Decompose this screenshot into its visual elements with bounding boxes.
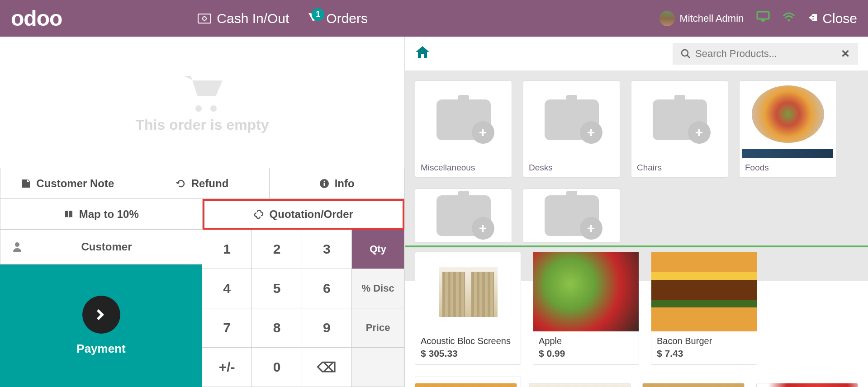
- wifi-icon[interactable]: [783, 11, 795, 25]
- category-image: [752, 85, 824, 143]
- close-icon: [808, 11, 819, 26]
- topbar-right: Mitchell Admin Close: [659, 11, 857, 26]
- numpad: 1 2 3 Qty 4 5 6 % Disc 7 8 9 Price +/- 0…: [202, 230, 404, 387]
- category-label: Chairs: [631, 158, 728, 177]
- cash-in-out-button[interactable]: Cash In/Out: [198, 11, 289, 26]
- divider-green: [405, 245, 868, 247]
- payment-button[interactable]: Payment: [0, 264, 202, 387]
- user-avatar: [659, 11, 675, 26]
- category-chairs[interactable]: + Chairs: [631, 80, 728, 178]
- clear-search-icon[interactable]: ✕: [841, 47, 850, 60]
- product-price: $ 305.33: [415, 348, 521, 364]
- camera-placeholder-icon: +: [545, 99, 599, 140]
- customer-button[interactable]: Customer: [0, 230, 202, 264]
- camera-placeholder-icon: +: [545, 195, 599, 236]
- food-bar-decoration: [742, 149, 833, 158]
- close-button[interactable]: Close: [808, 11, 857, 26]
- monitor-icon[interactable]: [756, 11, 770, 26]
- product-name: Apple: [533, 331, 639, 348]
- keypad-area: Customer Payment 1 2 3 Qty 4 5 6 % Disc …: [0, 230, 404, 387]
- key-6[interactable]: 6: [302, 269, 352, 308]
- product-partial-1[interactable]: [415, 383, 517, 387]
- search-input[interactable]: [695, 48, 841, 60]
- product-bacon-burger[interactable]: Bacon Burger $ 7.43: [651, 252, 757, 365]
- key-9[interactable]: 9: [302, 308, 352, 348]
- info-button[interactable]: Info: [270, 168, 404, 199]
- mode-empty: [352, 348, 404, 387]
- refund-label: Refund: [191, 177, 229, 190]
- user-menu[interactable]: Mitchell Admin: [659, 11, 744, 26]
- svg-point-1: [203, 17, 206, 20]
- svg-rect-2: [757, 12, 769, 19]
- left-panel: This order is empty Customer Note Refund…: [0, 37, 405, 387]
- key-4[interactable]: 4: [202, 269, 252, 308]
- key-plusminus[interactable]: +/-: [202, 348, 252, 387]
- key-1[interactable]: 1: [202, 230, 252, 269]
- book-icon: [64, 209, 74, 219]
- person-icon: [12, 241, 23, 253]
- quotation-order-button[interactable]: Quotation/Order: [203, 199, 405, 230]
- category-image: +: [523, 81, 620, 158]
- product-partial-4[interactable]: [756, 383, 859, 387]
- category-label: Foods: [740, 158, 836, 177]
- svg-rect-6: [323, 183, 325, 186]
- category-grid: + Miscellaneous + Desks + Chairs Foods: [415, 80, 858, 243]
- key-8[interactable]: 8: [252, 308, 302, 348]
- cash-in-out-label: Cash In/Out: [217, 11, 289, 26]
- orders-icon: 1: [307, 12, 321, 25]
- odoo-logo[interactable]: odoo: [11, 6, 62, 31]
- key-3[interactable]: 3: [302, 230, 352, 269]
- category-image: +: [523, 189, 620, 242]
- camera-placeholder-icon: +: [653, 99, 707, 140]
- chevron-right-icon: [94, 307, 109, 322]
- mode-qty[interactable]: Qty: [352, 230, 404, 269]
- category-label: Miscellaneous: [415, 158, 512, 177]
- products-row-2: [405, 383, 868, 387]
- cash-icon: [198, 12, 211, 25]
- category-desks[interactable]: + Desks: [523, 80, 620, 178]
- search-box[interactable]: ✕: [673, 43, 858, 65]
- category-partial-1[interactable]: +: [415, 189, 512, 243]
- category-miscellaneous[interactable]: + Miscellaneous: [415, 80, 512, 178]
- orders-label: Orders: [326, 11, 368, 26]
- product-price: $ 7.43: [651, 348, 757, 364]
- key-backspace[interactable]: ⌫: [302, 348, 352, 387]
- key-5[interactable]: 5: [252, 269, 302, 308]
- svg-point-7: [15, 242, 19, 247]
- svg-point-8: [682, 50, 688, 56]
- customer-column: Customer Payment: [0, 230, 202, 387]
- categories-strip: + Miscellaneous + Desks + Chairs Foods: [405, 71, 868, 281]
- category-partial-2[interactable]: +: [523, 189, 620, 243]
- svg-point-5: [323, 180, 325, 182]
- product-apple[interactable]: Apple $ 0.99: [533, 252, 639, 365]
- close-label: Close: [822, 11, 857, 26]
- refund-button[interactable]: Refund: [135, 168, 270, 199]
- map-to-10-button[interactable]: Map to 10%: [0, 199, 203, 230]
- products-grid: Acoustic Bloc Screens $ 305.33 Apple $ 0…: [405, 252, 868, 387]
- key-0[interactable]: 0: [252, 348, 302, 387]
- search-icon: [681, 49, 691, 59]
- camera-placeholder-icon: +: [436, 195, 491, 236]
- customer-note-button[interactable]: Customer Note: [0, 168, 135, 199]
- user-name-label: Mitchell Admin: [679, 13, 744, 24]
- link-icon: [253, 209, 264, 219]
- main: This order is empty Customer Note Refund…: [0, 37, 868, 387]
- orders-button[interactable]: 1 Orders: [307, 11, 368, 26]
- product-partial-2[interactable]: [529, 383, 631, 387]
- product-partial-3[interactable]: [642, 383, 745, 387]
- key-2[interactable]: 2: [252, 230, 302, 269]
- mode-disc[interactable]: % Disc: [352, 269, 404, 308]
- home-icon[interactable]: [415, 45, 430, 62]
- map-to-10-label: Map to 10%: [79, 208, 139, 221]
- control-row-1: Customer Note Refund Info: [0, 168, 404, 199]
- mode-price[interactable]: Price: [352, 308, 404, 348]
- info-label: Info: [335, 177, 355, 190]
- category-foods[interactable]: Foods: [739, 80, 836, 178]
- key-7[interactable]: 7: [202, 308, 252, 348]
- svg-point-3: [788, 19, 790, 22]
- logo-text: odoo: [11, 6, 62, 31]
- customer-label: Customer: [23, 241, 190, 253]
- product-acoustic-bloc-screens[interactable]: Acoustic Bloc Screens $ 305.33: [415, 252, 521, 365]
- payment-label: Payment: [76, 342, 125, 356]
- empty-order-text: This order is empty: [135, 117, 269, 133]
